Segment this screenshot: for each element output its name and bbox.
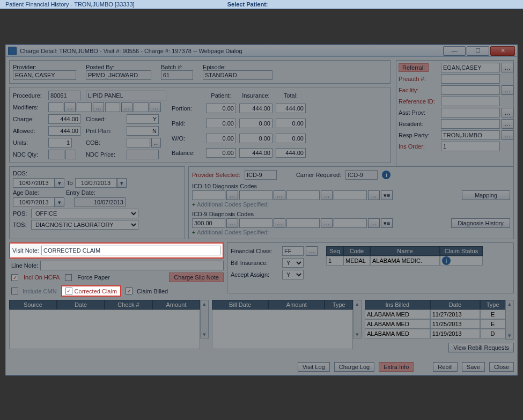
modifier-3[interactable] <box>105 102 120 112</box>
save-button[interactable]: Save <box>462 362 485 372</box>
accept-assign-select[interactable]: Y <box>282 270 304 279</box>
ins-r2-date[interactable]: 11/19/2013 <box>430 329 481 338</box>
view-rebill-requests-button[interactable]: View Rebill Requests <box>448 343 514 352</box>
modifier-1-lookup[interactable]: … <box>64 102 76 112</box>
batch-label: Batch #: <box>161 64 193 70</box>
claim-billed-checkbox[interactable]: ✓ <box>126 288 132 294</box>
incl-hcfa-checkbox[interactable]: ✓ <box>11 274 18 281</box>
agedate-picker[interactable]: ▾ <box>55 197 64 207</box>
icd10-list[interactable]: ▾≡ <box>381 190 393 200</box>
respparty-lookup[interactable]: … <box>502 130 513 140</box>
tab-pfh[interactable]: Patient Financial History - TRON,JUMBO [… <box>5 1 135 8</box>
paid-patient: 0.00 <box>206 119 236 128</box>
pay-scrollbar[interactable]: ▴▾ <box>200 300 209 338</box>
icd9-2[interactable] <box>239 218 272 228</box>
icd10-3[interactable] <box>286 190 320 200</box>
carrier-row-name[interactable]: ALABAMA MEDIC. <box>370 256 440 266</box>
refid-field[interactable] <box>441 97 500 106</box>
carrier-row-code[interactable]: MEDAL <box>343 256 370 266</box>
extra-info-button[interactable]: Extra Info <box>379 362 414 372</box>
resident-lookup[interactable]: … <box>502 119 513 129</box>
close-button[interactable]: Close <box>489 362 514 372</box>
bill-hdr-date: Bill Date <box>212 300 268 310</box>
cob-lookup[interactable]: … <box>151 138 161 148</box>
icd10-1[interactable] <box>192 190 225 200</box>
charge-slip-note-button[interactable]: Charge Slip Note <box>169 272 224 282</box>
icd10-1-lookup[interactable]: … <box>226 190 238 200</box>
bill-scrollbar[interactable]: ▴▾ <box>353 300 362 338</box>
icd10-2-lookup[interactable]: … <box>274 190 285 200</box>
include-cmn-checkbox[interactable] <box>11 288 18 294</box>
icd9-2-lookup[interactable]: … <box>274 218 285 228</box>
window-close-button[interactable]: ✕ <box>490 46 515 56</box>
visit-note-input[interactable] <box>41 246 220 255</box>
agedate-field[interactable] <box>13 197 55 207</box>
modifier-4-lookup[interactable]: … <box>150 102 161 112</box>
corrected-claim-checkbox[interactable]: ✓ <box>65 288 72 294</box>
diagnosis-history-button[interactable]: Diagnosis History <box>451 218 510 228</box>
modifier-4[interactable] <box>134 102 149 112</box>
modifier-2-lookup[interactable]: … <box>93 102 104 112</box>
modifier-2[interactable] <box>77 102 92 112</box>
dos-to-picker[interactable]: ▾ <box>117 178 127 188</box>
carrier-row-seq[interactable]: 1 <box>326 256 343 266</box>
procedure-code[interactable] <box>48 91 80 100</box>
icd9-4[interactable] <box>334 218 367 228</box>
ins-r1-type[interactable]: E <box>480 319 505 329</box>
info-icon[interactable]: i <box>382 171 391 179</box>
insorder-field[interactable] <box>441 142 500 151</box>
asstprov-lookup[interactable]: … <box>502 108 513 117</box>
icd9-1-lookup[interactable]: … <box>226 218 238 228</box>
asstprov-field[interactable] <box>441 108 500 117</box>
visit-log-button[interactable]: Visit Log <box>298 362 330 372</box>
icd10-add-icon[interactable]: + <box>192 201 195 208</box>
ins-r0-billed[interactable]: ALABAMA MED <box>365 310 430 319</box>
line-note-input[interactable] <box>40 261 224 270</box>
icd10-4[interactable] <box>334 190 367 200</box>
facility-field[interactable] <box>441 85 500 95</box>
icd9-3[interactable] <box>286 218 320 228</box>
visit-note-label: Visit Note: <box>12 247 39 254</box>
ins-r2-type[interactable]: D <box>480 329 505 338</box>
mapping-button[interactable]: Mapping <box>462 190 510 200</box>
maximize-button[interactable]: ☐ <box>467 46 489 56</box>
tos-select[interactable]: DIAGNOSTIC LABORATORY <box>31 220 138 230</box>
icd10-2[interactable] <box>239 190 272 200</box>
dos-to[interactable] <box>75 178 117 188</box>
carrier-row-status[interactable]: i <box>440 256 483 266</box>
icd10-3-lookup[interactable]: … <box>321 190 333 200</box>
ins-r0-date[interactable]: 11/27/2013 <box>430 310 481 319</box>
minimize-button[interactable]: — <box>443 46 466 56</box>
icd9-3-lookup[interactable]: … <box>321 218 333 228</box>
icd9-list[interactable]: ▾≡ <box>381 218 393 228</box>
icd10-4-lookup[interactable]: … <box>368 190 380 200</box>
cob-field[interactable] <box>127 138 150 148</box>
ins-r2-billed[interactable]: ALABAMA MED <box>365 329 430 338</box>
icd9-4-lookup[interactable]: … <box>368 218 380 228</box>
icd9-1[interactable] <box>192 218 225 228</box>
financial-class-lookup[interactable]: … <box>306 246 318 256</box>
dos-from[interactable] <box>13 178 55 188</box>
referral-link[interactable]: Referral: <box>399 63 439 72</box>
claim-status-info-icon[interactable]: i <box>442 256 451 265</box>
dos-from-picker[interactable]: ▾ <box>55 178 64 188</box>
ins-r1-billed[interactable]: ALABAMA MED <box>365 319 430 329</box>
modifier-1[interactable] <box>48 102 63 112</box>
ins-r0-type[interactable]: E <box>480 310 505 319</box>
modifier-3-lookup[interactable]: … <box>121 102 132 112</box>
referral-field[interactable] <box>441 63 500 72</box>
pos-select[interactable]: OFFICE <box>31 209 138 218</box>
respparty-field[interactable] <box>441 130 500 140</box>
facility-lookup[interactable]: … <box>502 85 513 95</box>
rebill-button[interactable]: Rebill <box>433 362 458 372</box>
financial-class-field[interactable] <box>282 246 304 256</box>
force-paper-checkbox[interactable] <box>65 274 72 281</box>
ins-r1-date[interactable]: 11/25/2013 <box>430 319 481 329</box>
bill-insurance-select[interactable]: Y <box>282 258 304 268</box>
referral-lookup[interactable]: … <box>502 63 513 72</box>
resident-field[interactable] <box>441 119 500 129</box>
preauth-field[interactable] <box>441 74 500 84</box>
icd9-add-icon[interactable]: + <box>192 229 195 235</box>
ins-scrollbar[interactable]: ▴▾ <box>505 300 514 340</box>
charge-log-button[interactable]: Charge Log <box>334 362 375 372</box>
